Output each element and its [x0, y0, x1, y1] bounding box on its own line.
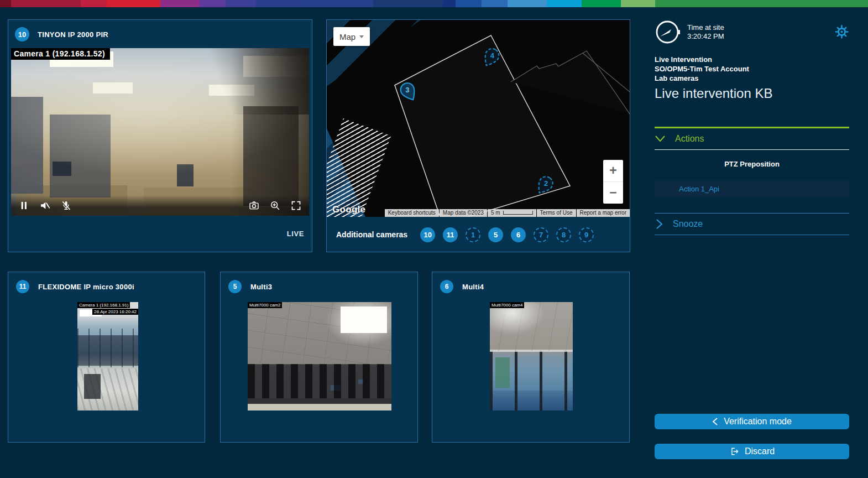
additional-camera-chip[interactable]: 1 — [466, 227, 480, 242]
google-logo[interactable]: Google — [332, 204, 365, 215]
back-chevron-icon — [712, 417, 718, 426]
map-card: 4 3 2 Map + − Google Keyboard shortcuts … — [326, 19, 630, 252]
camera-osd-label: Multi7000 cam4 — [490, 302, 524, 308]
context-line: Live Intervention — [655, 55, 849, 64]
intervention-title: Live intervention KB — [655, 86, 849, 101]
zoom-in-icon[interactable] — [269, 200, 281, 211]
time-at-site-label: Time at site — [687, 23, 724, 32]
camera-feed-image — [11, 48, 309, 216]
map-type-dropdown[interactable]: Map — [333, 27, 370, 46]
snooze-section-label: Snooze — [673, 219, 703, 229]
map-pin-number: 2 — [538, 179, 554, 188]
main-camera-video[interactable]: Camera 1 (192.168.1.52) — [11, 48, 309, 216]
camera-osd-label: Multi7000 cam2 — [248, 302, 282, 308]
camera-feed-image — [248, 302, 391, 411]
additional-cameras-row: Additional cameras 10 11 1 5 6 7 8 9 — [327, 217, 630, 252]
camera-number-badge: 6 — [440, 280, 453, 293]
main-camera-footer: LIVE — [8, 215, 312, 252]
action-1-api-button[interactable]: Action 1_Api — [655, 181, 849, 196]
camera-title: Multi3 — [250, 283, 272, 291]
camera-number-badge: 10 — [15, 27, 29, 41]
chevron-right-icon — [655, 219, 663, 230]
time-at-site-value: 3:20:42 PM — [687, 32, 724, 41]
side-panel-header: Time at site 3:20:42 PM — [655, 19, 849, 45]
video-control-bar — [11, 195, 309, 216]
map-scale: 5 m — [488, 209, 536, 217]
map-data-copyright: Map data ©2023 — [440, 209, 487, 217]
map-canvas[interactable]: 4 3 2 Map + − Google Keyboard shortcuts … — [327, 20, 630, 217]
additional-camera-chip[interactable]: 8 — [556, 227, 571, 242]
report-map-error-link[interactable]: Report a map error — [577, 209, 630, 217]
map-scale-bar — [503, 211, 533, 215]
camera-osd-label: Camera 1 (192.168.1.52) — [11, 48, 110, 60]
camera-card-header: 5 Multi3 — [221, 272, 417, 293]
main-camera-header: 10 TINYON IP 2000 PIR — [8, 20, 312, 41]
map-zoom-control: + − — [603, 160, 623, 204]
map-pin-number: 3 — [400, 86, 415, 94]
map-zoom-in-button[interactable]: + — [603, 160, 623, 182]
additional-camera-chip[interactable]: 11 — [443, 227, 458, 242]
time-at-site: Time at site 3:20:42 PM — [687, 19, 724, 41]
additional-camera-chip[interactable]: 10 — [420, 227, 435, 242]
fullscreen-icon[interactable] — [290, 200, 302, 211]
map-attribution-bar: Keyboard shortcuts Map data ©2023 5 m Te… — [385, 209, 630, 217]
camera-osd-timestamp: 28.Apr 2023 16:20:42 — [92, 309, 138, 315]
map-pin-number: 4 — [484, 51, 500, 60]
main-camera-card: 10 TINYON IP 2000 PIR Camera 1 (192.168.… — [8, 19, 312, 252]
actions-section-header[interactable]: Actions — [655, 128, 849, 149]
camera-osd-label: Camera 1 (192.168.1.91) — [77, 302, 130, 308]
white-divider — [655, 149, 849, 150]
camera-card: 5 Multi3 Multi7000 cam2 — [220, 272, 418, 443]
gear-icon[interactable] — [834, 19, 849, 39]
discard-button[interactable]: Discard — [655, 444, 849, 459]
camera-number-badge: 11 — [16, 280, 29, 293]
additional-camera-chip[interactable]: 6 — [511, 227, 526, 242]
additional-camera-chip[interactable]: 5 — [488, 227, 503, 242]
dropdown-caret-icon — [359, 35, 364, 38]
map-type-label: Map — [339, 32, 355, 41]
mic-muted-icon[interactable] — [60, 200, 72, 211]
app-window: 10 TINYON IP 2000 PIR Camera 1 (192.168.… — [0, 0, 868, 478]
chevron-down-icon — [655, 134, 666, 143]
snapshot-icon[interactable] — [248, 200, 260, 211]
context-line: SO/OPM5-Tim Test Account — [655, 64, 849, 74]
actions-section-label: Actions — [675, 134, 704, 144]
camera-thumbnail[interactable]: Camera 1 (192.168.1.91) 28.Apr 2023 16:2… — [77, 302, 138, 411]
context-line: Lab cameras — [655, 74, 849, 83]
clock-icon — [655, 19, 680, 45]
camera-thumbnail[interactable]: Multi7000 cam2 — [248, 302, 391, 411]
audio-muted-icon[interactable] — [39, 200, 51, 211]
verification-mode-label: Verification mode — [724, 417, 792, 427]
ptz-preposition-label: PTZ Preposition — [655, 160, 849, 168]
additional-camera-chip[interactable]: 9 — [579, 227, 594, 242]
brand-stripe — [0, 0, 868, 7]
discard-label: Discard — [745, 446, 775, 456]
camera-number-badge: 5 — [228, 280, 242, 293]
camera-card: 11 FLEXIDOME IP micro 3000i Camera 1 (19… — [8, 272, 205, 443]
pause-icon[interactable] — [18, 200, 30, 211]
camera-title: Multi4 — [462, 283, 484, 291]
camera-card-header: 6 Multi4 — [432, 272, 629, 293]
camera-feed-image — [77, 302, 138, 411]
camera-title: FLEXIDOME IP micro 3000i — [38, 283, 134, 291]
keyboard-shortcuts-link[interactable]: Keyboard shortcuts — [385, 209, 439, 217]
blue-divider — [655, 235, 849, 235]
camera-card-header: 11 FLEXIDOME IP micro 3000i — [8, 272, 205, 293]
discard-icon — [729, 446, 739, 456]
additional-cameras-label: Additional cameras — [336, 230, 407, 239]
camera-card: 6 Multi4 Multi7000 cam4 — [432, 272, 630, 443]
camera-feed-image — [490, 302, 573, 411]
live-status-badge: LIVE — [287, 230, 304, 238]
map-building-outlines — [327, 20, 630, 217]
terms-of-use-link[interactable]: Terms of Use — [537, 209, 576, 217]
map-zoom-out-button[interactable]: − — [603, 182, 623, 204]
map-scale-label: 5 m — [491, 210, 500, 216]
verification-mode-button[interactable]: Verification mode — [655, 414, 849, 429]
additional-camera-chip[interactable]: 7 — [534, 227, 548, 242]
intervention-side-panel: Time at site 3:20:42 PM Live Interventio… — [655, 19, 849, 459]
intervention-context: Live Intervention SO/OPM5-Tim Test Accou… — [655, 55, 849, 83]
camera-title: TINYON IP 2000 PIR — [38, 30, 108, 39]
camera-thumbnail[interactable]: Multi7000 cam4 — [490, 302, 573, 411]
snooze-section-header[interactable]: Snooze — [655, 214, 849, 235]
spacer — [655, 196, 849, 213]
